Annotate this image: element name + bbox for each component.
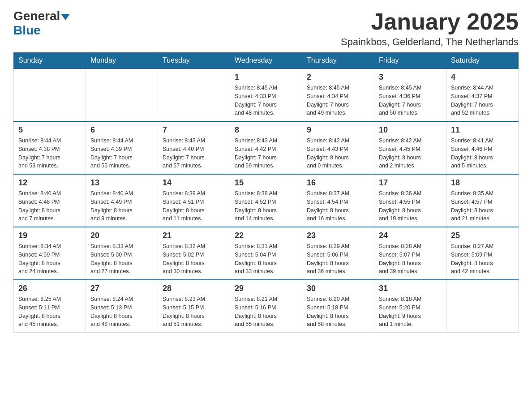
day-info: Sunrise: 8:34 AMSunset: 4:59 PMDaylight:… xyxy=(18,242,81,276)
logo-general-text: General xyxy=(13,9,60,23)
calendar-cell xyxy=(446,280,519,333)
day-info: Sunrise: 8:39 AMSunset: 4:51 PMDaylight:… xyxy=(163,189,225,223)
calendar-cell xyxy=(14,68,86,121)
title-area: January 2025 Spainkbos, Gelderland, The … xyxy=(341,9,519,48)
day-number: 22 xyxy=(235,231,297,240)
calendar-cell: 17Sunrise: 8:36 AMSunset: 4:55 PMDayligh… xyxy=(374,174,446,227)
calendar-cell: 18Sunrise: 8:35 AMSunset: 4:57 PMDayligh… xyxy=(446,174,519,227)
day-info: Sunrise: 8:37 AMSunset: 4:54 PMDaylight:… xyxy=(307,189,369,223)
calendar-table: SundayMondayTuesdayWednesdayThursdayFrid… xyxy=(13,52,519,333)
day-number: 26 xyxy=(18,284,81,293)
calendar-cell: 15Sunrise: 8:38 AMSunset: 4:52 PMDayligh… xyxy=(230,174,302,227)
day-info: Sunrise: 8:28 AMSunset: 5:07 PMDaylight:… xyxy=(379,242,442,276)
calendar-cell: 25Sunrise: 8:27 AMSunset: 5:09 PMDayligh… xyxy=(446,227,519,280)
day-number: 25 xyxy=(451,231,514,240)
calendar-body: 1Sunrise: 8:45 AMSunset: 4:33 PMDaylight… xyxy=(14,68,519,333)
day-info: Sunrise: 8:42 AMSunset: 4:43 PMDaylight:… xyxy=(307,137,369,170)
calendar-cell: 20Sunrise: 8:33 AMSunset: 5:00 PMDayligh… xyxy=(86,227,158,280)
day-number: 18 xyxy=(451,178,514,188)
day-number: 16 xyxy=(307,178,369,188)
calendar-cell: 28Sunrise: 8:23 AMSunset: 5:15 PMDayligh… xyxy=(158,280,230,333)
calendar-cell: 16Sunrise: 8:37 AMSunset: 4:54 PMDayligh… xyxy=(302,174,374,227)
day-info: Sunrise: 8:42 AMSunset: 4:45 PMDaylight:… xyxy=(379,137,442,170)
calendar-cell: 6Sunrise: 8:44 AMSunset: 4:39 PMDaylight… xyxy=(86,121,158,174)
day-number: 29 xyxy=(235,284,297,293)
calendar-cell: 12Sunrise: 8:40 AMSunset: 4:48 PMDayligh… xyxy=(14,174,86,227)
calendar-cell: 2Sunrise: 8:45 AMSunset: 4:34 PMDaylight… xyxy=(302,68,374,121)
day-number: 17 xyxy=(379,178,442,188)
day-info: Sunrise: 8:31 AMSunset: 5:04 PMDaylight:… xyxy=(235,242,297,276)
logo-arrow-icon xyxy=(61,14,70,20)
logo: General Blue xyxy=(13,9,71,38)
day-info: Sunrise: 8:24 AMSunset: 5:13 PMDaylight:… xyxy=(90,295,153,329)
day-info: Sunrise: 8:32 AMSunset: 5:02 PMDaylight:… xyxy=(163,242,225,276)
day-number: 8 xyxy=(235,125,297,135)
calendar-cell: 1Sunrise: 8:45 AMSunset: 4:33 PMDaylight… xyxy=(230,68,302,121)
day-info: Sunrise: 8:43 AMSunset: 4:42 PMDaylight:… xyxy=(235,137,297,170)
week-row-2: 5Sunrise: 8:44 AMSunset: 4:38 PMDaylight… xyxy=(14,121,519,174)
calendar-cell: 30Sunrise: 8:20 AMSunset: 5:18 PMDayligh… xyxy=(302,280,374,333)
day-number: 5 xyxy=(18,125,81,135)
calendar-cell: 3Sunrise: 8:45 AMSunset: 4:36 PMDaylight… xyxy=(374,68,446,121)
day-number: 10 xyxy=(379,125,442,135)
calendar-cell xyxy=(158,68,230,121)
day-number: 20 xyxy=(90,231,153,240)
day-number: 14 xyxy=(163,178,225,188)
day-number: 7 xyxy=(163,125,225,135)
day-number: 31 xyxy=(379,284,442,293)
location-subtitle: Spainkbos, Gelderland, The Netherlands xyxy=(341,36,519,48)
week-row-1: 1Sunrise: 8:45 AMSunset: 4:33 PMDaylight… xyxy=(14,68,519,121)
day-info: Sunrise: 8:29 AMSunset: 5:06 PMDaylight:… xyxy=(307,242,369,276)
calendar-cell: 13Sunrise: 8:40 AMSunset: 4:49 PMDayligh… xyxy=(86,174,158,227)
calendar-cell: 10Sunrise: 8:42 AMSunset: 4:45 PMDayligh… xyxy=(374,121,446,174)
week-row-5: 26Sunrise: 8:25 AMSunset: 5:11 PMDayligh… xyxy=(14,280,519,333)
header-friday: Friday xyxy=(374,53,446,69)
week-row-4: 19Sunrise: 8:34 AMSunset: 4:59 PMDayligh… xyxy=(14,227,519,280)
day-number: 11 xyxy=(451,125,514,135)
day-info: Sunrise: 8:23 AMSunset: 5:15 PMDaylight:… xyxy=(163,295,225,329)
day-info: Sunrise: 8:20 AMSunset: 5:18 PMDaylight:… xyxy=(307,295,369,329)
day-number: 2 xyxy=(307,73,369,82)
calendar-cell: 14Sunrise: 8:39 AMSunset: 4:51 PMDayligh… xyxy=(158,174,230,227)
header-sunday: Sunday xyxy=(14,53,86,69)
calendar-cell: 5Sunrise: 8:44 AMSunset: 4:38 PMDaylight… xyxy=(14,121,86,174)
calendar-cell: 7Sunrise: 8:43 AMSunset: 4:40 PMDaylight… xyxy=(158,121,230,174)
month-title: January 2025 xyxy=(341,9,519,34)
day-number: 4 xyxy=(451,73,514,82)
day-number: 13 xyxy=(90,178,153,188)
day-number: 27 xyxy=(90,284,153,293)
logo-blue-text: Blue xyxy=(13,23,41,37)
day-number: 23 xyxy=(307,231,369,240)
day-number: 1 xyxy=(235,73,297,82)
day-info: Sunrise: 8:27 AMSunset: 5:09 PMDaylight:… xyxy=(451,242,514,276)
header: General Blue January 2025 Spainkbos, Gel… xyxy=(13,9,519,48)
day-info: Sunrise: 8:40 AMSunset: 4:48 PMDaylight:… xyxy=(18,189,81,223)
header-wednesday: Wednesday xyxy=(230,53,302,69)
header-tuesday: Tuesday xyxy=(158,53,230,69)
calendar-cell: 9Sunrise: 8:42 AMSunset: 4:43 PMDaylight… xyxy=(302,121,374,174)
calendar-cell: 19Sunrise: 8:34 AMSunset: 4:59 PMDayligh… xyxy=(14,227,86,280)
day-info: Sunrise: 8:44 AMSunset: 4:39 PMDaylight:… xyxy=(90,137,153,170)
day-info: Sunrise: 8:45 AMSunset: 4:33 PMDaylight:… xyxy=(235,84,297,117)
day-number: 6 xyxy=(90,125,153,135)
day-number: 15 xyxy=(235,178,297,188)
header-thursday: Thursday xyxy=(302,53,374,69)
day-info: Sunrise: 8:38 AMSunset: 4:52 PMDaylight:… xyxy=(235,189,297,223)
day-info: Sunrise: 8:35 AMSunset: 4:57 PMDaylight:… xyxy=(451,189,514,223)
day-number: 30 xyxy=(307,284,369,293)
calendar-cell: 23Sunrise: 8:29 AMSunset: 5:06 PMDayligh… xyxy=(302,227,374,280)
day-info: Sunrise: 8:33 AMSunset: 5:00 PMDaylight:… xyxy=(90,242,153,276)
day-info: Sunrise: 8:40 AMSunset: 4:49 PMDaylight:… xyxy=(90,189,153,223)
day-number: 21 xyxy=(163,231,225,240)
day-info: Sunrise: 8:36 AMSunset: 4:55 PMDaylight:… xyxy=(379,189,442,223)
header-saturday: Saturday xyxy=(446,53,519,69)
day-number: 12 xyxy=(18,178,81,188)
calendar-cell: 8Sunrise: 8:43 AMSunset: 4:42 PMDaylight… xyxy=(230,121,302,174)
day-info: Sunrise: 8:21 AMSunset: 5:16 PMDaylight:… xyxy=(235,295,297,329)
day-number: 9 xyxy=(307,125,369,135)
day-number: 3 xyxy=(379,73,442,82)
day-number: 24 xyxy=(379,231,442,240)
calendar-cell: 29Sunrise: 8:21 AMSunset: 5:16 PMDayligh… xyxy=(230,280,302,333)
calendar-cell xyxy=(86,68,158,121)
week-row-3: 12Sunrise: 8:40 AMSunset: 4:48 PMDayligh… xyxy=(14,174,519,227)
